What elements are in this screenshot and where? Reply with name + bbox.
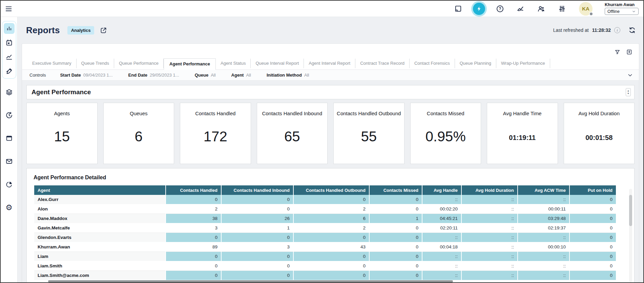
detailed-title: Agent Performance Detailed (34, 175, 634, 181)
agent-name-cell: Khurram.Awan (34, 242, 165, 252)
filter-icon[interactable] (615, 49, 620, 55)
pie-chart-icon (5, 181, 13, 188)
kpi-card-value: 15 (54, 128, 70, 145)
kpi-card-title: Queues (127, 110, 150, 116)
metric-cell: 0 (222, 271, 293, 280)
sidebar-item-metrics[interactable] (4, 52, 15, 62)
metric-cell: 0 (570, 223, 616, 233)
agent-status-value: Offline (607, 9, 620, 14)
metric-cell: :: (518, 252, 569, 261)
agent-performance-table: AgentContacts HandledContacts Handled In… (34, 185, 617, 280)
column-header-avg-hold-duration[interactable]: Avg Hold Duration (462, 185, 517, 195)
table-vscroll-thumb[interactable] (629, 195, 632, 226)
avatar[interactable]: KA (579, 2, 593, 16)
top-bar: ? KA Khurram Awan Offline (1, 1, 643, 17)
table-row: Liam0000::::::0 (34, 252, 616, 261)
sliders-icon[interactable] (556, 3, 568, 15)
table-hscroll-thumb[interactable] (48, 280, 453, 282)
metric-cell: 0 (570, 261, 616, 271)
tab-queue-trends[interactable]: Queue Trends (77, 59, 114, 68)
sidebar-item-reports[interactable] (4, 23, 15, 34)
tab-wrap-up-performance[interactable]: Wrap-Up Performance (496, 59, 550, 68)
sidebar-item-settings[interactable]: ⚙ (4, 202, 15, 213)
controls-bar: Controls Start Date09/04/2023 1...End Da… (22, 70, 639, 81)
controls-expand-chevron-icon[interactable] (627, 73, 633, 78)
kpi-card-title: Agents (51, 110, 72, 116)
column-header-contacts-handled-outbound[interactable]: Contacts Handled Outbound (294, 185, 369, 195)
metric-cell: 2 (294, 204, 369, 214)
metric-cell: 03:29:48 (518, 214, 569, 223)
metrics-icon[interactable] (515, 3, 526, 15)
agent-status-select[interactable]: Offline (605, 8, 639, 15)
metric-cell: 3 (166, 223, 221, 233)
metric-cell: 00:04:18 (422, 242, 461, 252)
kpi-card-value: 65 (284, 128, 300, 145)
hamburger-menu-icon[interactable] (5, 5, 13, 13)
refresh-icon[interactable] (628, 26, 636, 34)
column-header-contacts-missed[interactable]: Contacts Missed (370, 185, 422, 195)
bar-chart-icon (5, 25, 13, 32)
sidebar-item-window[interactable] (4, 133, 15, 144)
metric-cell: 0 (294, 195, 369, 204)
spinner-control[interactable]: ▲▼ (626, 88, 631, 96)
download-icon[interactable] (626, 49, 632, 55)
tab-agent-performance[interactable]: Agent Performance (164, 58, 216, 70)
column-header-put-on-hold[interactable]: Put on Hold (570, 185, 616, 195)
tab-contact-forensics[interactable]: Contact Forensics (410, 59, 455, 68)
table-row: Khurram.Awan89343000:04:18::00:00:100 (34, 242, 616, 252)
metric-cell: 0 (570, 271, 616, 280)
external-link-icon[interactable] (100, 27, 107, 34)
history-icon (5, 112, 13, 119)
mail-icon (5, 158, 13, 165)
metric-cell: 0 (370, 261, 422, 271)
filter-end-date[interactable]: End Date29/05/2023 1... (128, 73, 179, 78)
filter-queue[interactable]: QueueAll (195, 73, 216, 78)
metric-cell: :: (462, 242, 517, 252)
notes-icon[interactable] (452, 3, 464, 15)
tab-queue-interval-report[interactable]: Queue Interval Report (251, 59, 304, 68)
kpi-card-title: Contacts Missed (424, 110, 467, 116)
page-title: Reports (26, 25, 60, 36)
metric-cell: 0 (370, 233, 422, 242)
column-header-contacts-handled-inbound[interactable]: Contacts Handled Inbound (222, 185, 293, 195)
column-header-avg-handle[interactable]: Avg Handle (422, 185, 461, 195)
metric-cell: 04:45:21 (422, 214, 461, 223)
filter-value: All (246, 73, 251, 78)
metric-cell: 43 (294, 242, 369, 252)
filter-agent[interactable]: AgentAll (231, 73, 251, 78)
sidebar-item-pie-reports[interactable] (4, 179, 15, 190)
tab-contract-trace-record[interactable]: Contract Trace Record (355, 59, 410, 68)
column-header-avg-acw-time[interactable]: Avg ACW Time (518, 185, 569, 195)
users-icon[interactable] (536, 3, 547, 15)
metric-cell: 0 (166, 252, 221, 261)
column-header-contacts-handled[interactable]: Contacts Handled (166, 185, 221, 195)
sidebar-item-mail[interactable] (4, 156, 15, 167)
table-row: Alex.Gurr0000::::::0 (34, 195, 616, 204)
metric-cell: :: (462, 204, 517, 214)
kpi-card-contacts-handled-inbound: Contacts Handled Inbound65 (257, 103, 328, 164)
agent-name-cell: Alon (34, 204, 165, 214)
column-header-agent[interactable]: Agent (34, 185, 165, 195)
filter-initiation-method[interactable]: Initiation MethodAll (267, 73, 309, 78)
tab-queue-planning[interactable]: Queue Planning (455, 59, 496, 68)
tab-queue-performance[interactable]: Queue Performance (114, 59, 164, 68)
last-refreshed-label: Last refreshed at (553, 27, 589, 33)
filter-start-date[interactable]: Start Date09/04/2023 1... (60, 73, 112, 78)
info-icon[interactable]: i (614, 27, 620, 33)
task-bolt-icon[interactable] (473, 3, 485, 15)
table-row: Alon202000:02:20::00:00:110 (34, 204, 616, 214)
metric-cell: 6 (294, 214, 369, 223)
main-content: Reports Analytics Last refreshed at 11:2… (18, 17, 643, 282)
metric-cell: :: (462, 252, 517, 261)
tab-executive-summary[interactable]: Executive Summary (27, 59, 77, 68)
metric-cell: 0 (570, 252, 616, 261)
tab-agent-status[interactable]: Agent Status (216, 59, 251, 68)
sidebar-item-report-designer[interactable] (4, 66, 15, 77)
sidebar-item-history[interactable] (4, 110, 15, 121)
filter-label: Queue (195, 73, 208, 78)
sidebar-item-scheduled-reports[interactable] (4, 37, 15, 48)
help-icon[interactable]: ? (494, 3, 506, 15)
metric-cell: 0 (570, 214, 616, 223)
sidebar-item-layers[interactable] (4, 87, 15, 98)
tab-agent-interval-report[interactable]: Agent Interval Report (304, 59, 355, 68)
